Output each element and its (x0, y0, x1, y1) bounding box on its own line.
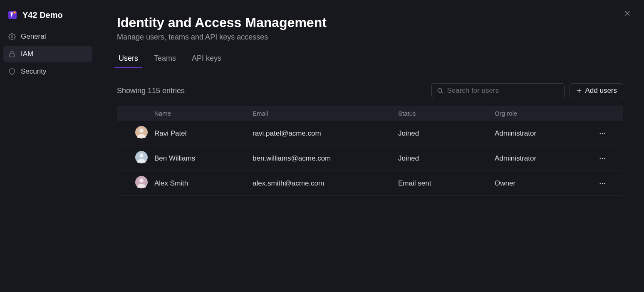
tabs: Users Teams API keys (117, 52, 623, 68)
tab-apikeys[interactable]: API keys (190, 52, 223, 68)
page-title: Identity and Access Management (117, 15, 623, 30)
search-input[interactable] (447, 87, 559, 95)
cell-name: Alex Smith (154, 171, 253, 196)
toolbar-right: Add users (431, 83, 623, 98)
gear-icon (8, 33, 16, 40)
add-users-label: Add users (585, 87, 617, 95)
entries-count: Showing 115 entries (117, 87, 185, 95)
search-box[interactable] (431, 83, 565, 98)
col-name: Name (154, 106, 253, 121)
ellipsis-icon (599, 130, 606, 137)
users-table: Name Email Status Org role Ravi Patelrav… (117, 106, 623, 196)
sidebar-nav: General IAM Security (3, 28, 92, 80)
svg-point-15 (600, 158, 601, 158)
cell-status: Joined (398, 146, 495, 171)
add-users-button[interactable]: Add users (570, 83, 623, 98)
table-head: Name Email Status Org role (117, 106, 623, 121)
sidebar-item-security[interactable]: Security (3, 63, 92, 80)
cell-email: ravi.patel@acme.com (253, 121, 398, 146)
cell-role: Administrator (495, 146, 599, 171)
close-button[interactable] (622, 7, 633, 19)
sidebar-item-label: Security (21, 67, 46, 76)
cell-role: Owner (495, 171, 599, 196)
page-subtitle: Manage users, teams and API keys accesse… (117, 33, 623, 42)
svg-point-16 (602, 158, 603, 158)
sidebar-item-iam[interactable]: IAM (3, 46, 92, 62)
avatar (135, 151, 148, 163)
toolbar: Showing 115 entries Add u (117, 83, 623, 98)
col-email: Email (253, 106, 398, 121)
brand: Y42 Demo (3, 7, 92, 28)
col-actions (599, 106, 623, 121)
lock-icon (8, 50, 16, 58)
logo-icon (7, 10, 17, 20)
svg-point-19 (600, 183, 601, 183)
avatar (135, 126, 148, 139)
col-avatar (117, 106, 154, 121)
col-status: Status (398, 106, 495, 121)
main-panel: Identity and Access Management Manage us… (96, 0, 644, 292)
sidebar-item-label: General (21, 32, 46, 41)
svg-point-14 (139, 153, 144, 158)
cell-name: Ben Williams (154, 146, 253, 171)
svg-rect-3 (10, 54, 15, 57)
ellipsis-icon (599, 180, 606, 187)
cell-email: alex.smith@acme.com (253, 171, 398, 196)
cell-name: Ravi Patel (154, 121, 253, 146)
svg-point-13 (604, 133, 605, 134)
tab-users[interactable]: Users (117, 52, 140, 68)
avatar (135, 176, 148, 188)
cell-status: Email sent (398, 171, 495, 196)
svg-point-21 (604, 183, 605, 183)
plus-icon (576, 87, 582, 94)
row-more-button[interactable] (599, 171, 623, 196)
svg-point-17 (604, 158, 605, 158)
row-more-button[interactable] (599, 121, 623, 146)
cell-role: Administrator (495, 121, 599, 146)
table-row: Ben Williamsben.williams@acme.comJoinedA… (117, 146, 623, 171)
sidebar-item-label: IAM (21, 50, 33, 58)
shield-icon (8, 68, 16, 75)
sidebar: Y42 Demo General IAM (0, 0, 96, 292)
svg-point-11 (600, 133, 601, 134)
tab-teams[interactable]: Teams (152, 52, 178, 68)
svg-point-2 (11, 36, 13, 38)
cell-status: Joined (398, 121, 495, 146)
svg-point-18 (139, 178, 144, 183)
svg-point-10 (139, 129, 144, 133)
svg-point-1 (13, 11, 16, 14)
svg-point-12 (602, 133, 603, 134)
row-more-button[interactable] (599, 146, 623, 171)
cell-email: ben.williams@acme.com (253, 146, 398, 171)
svg-point-6 (438, 89, 442, 92)
table-row: Ravi Patelravi.patel@acme.comJoinedAdmin… (117, 121, 623, 146)
svg-line-7 (441, 92, 443, 93)
table-row: Alex Smithalex.smith@acme.comEmail sentO… (117, 171, 623, 196)
ellipsis-icon (599, 155, 606, 162)
brand-title: Y42 Demo (22, 10, 63, 20)
sidebar-item-general[interactable]: General (3, 28, 92, 45)
col-role: Org role (495, 106, 599, 121)
search-icon (437, 87, 443, 94)
svg-point-20 (602, 183, 603, 183)
